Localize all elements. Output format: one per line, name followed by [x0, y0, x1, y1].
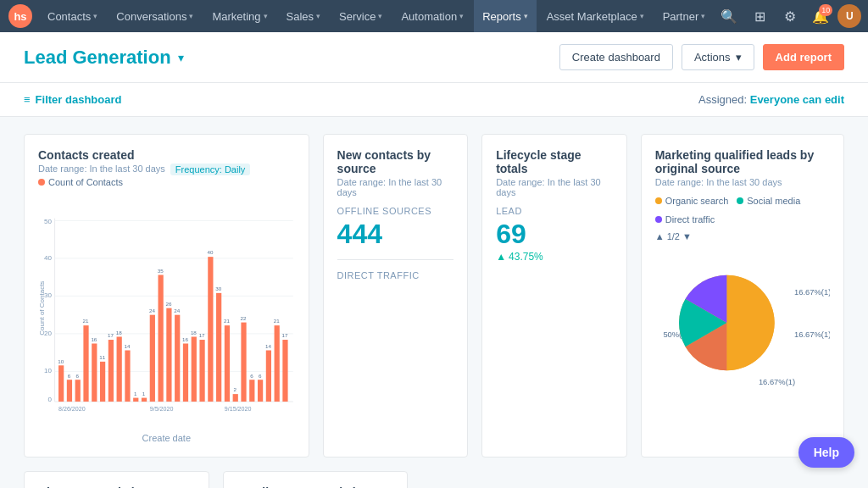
nav-marketing[interactable]: Marketing ▾ — [203, 0, 275, 32]
lead-metric-change: ▲ 43.75% — [496, 251, 613, 263]
assigned-label: Assigned: — [698, 93, 747, 106]
svg-rect-42 — [166, 308, 171, 402]
bar-chart-svg: 50 40 30 20 10 0 Co — [38, 194, 295, 431]
bar-chart: 50 40 30 20 10 0 Co — [38, 194, 295, 431]
new-contacts-title: New contacts by source — [337, 148, 454, 175]
legend-direct-dot — [655, 216, 662, 223]
pie-legend: Organic search Social media Direct traff… — [655, 196, 830, 225]
nav-asset-marketplace[interactable]: Asset Marketplace ▾ — [538, 0, 653, 32]
nav-automation[interactable]: Automation ▾ — [392, 0, 472, 32]
svg-rect-34 — [133, 398, 138, 402]
svg-text:16.67%(1): 16.67%(1) — [794, 330, 830, 339]
topnav-right-icons: 🔍 ⊞ ⚙ 🔔 10 U ▾ — [715, 3, 868, 30]
filter-dashboard-button[interactable]: ≡ Filter dashboard — [24, 93, 121, 106]
svg-rect-16 — [58, 365, 64, 402]
chevron-down-icon: ▾ — [316, 12, 320, 20]
svg-rect-62 — [249, 380, 254, 402]
svg-rect-38 — [150, 315, 155, 402]
hubspot-logo[interactable]: hs — [8, 4, 32, 28]
legend-organic: Organic search — [655, 196, 729, 206]
svg-text:50: 50 — [44, 218, 52, 225]
nav-contacts[interactable]: Contacts ▾ — [39, 0, 106, 32]
nav-partner[interactable]: Partner ▾ — [654, 0, 715, 32]
next-icon[interactable]: ▼ — [682, 231, 692, 241]
help-button[interactable]: Help — [798, 437, 854, 468]
svg-text:16.67%(1): 16.67%(1) — [794, 288, 830, 297]
dashboard-row-2: Blog post total views a... Date range: I… — [24, 471, 844, 488]
svg-rect-56 — [225, 325, 230, 402]
mql-by-source-card: Marketing qualified leads by original so… — [641, 134, 844, 458]
nav-reports[interactable]: Reports ▾ — [474, 0, 537, 32]
svg-text:21: 21 — [224, 318, 230, 324]
filter-icon: ≡ — [24, 93, 31, 106]
contacts-created-title: Contacts created — [38, 148, 295, 162]
actions-button[interactable]: Actions ▾ — [682, 44, 754, 70]
svg-text:10: 10 — [58, 358, 64, 364]
notifications-button[interactable]: 🔔 10 — [807, 3, 834, 30]
nav-sales[interactable]: Sales ▾ — [278, 0, 330, 32]
svg-text:14: 14 — [265, 343, 271, 349]
svg-rect-68 — [275, 325, 280, 402]
offline-sources-label: OFFLINE SOURCES — [337, 206, 454, 216]
page-title-dropdown-icon[interactable]: ▾ — [178, 51, 184, 64]
contacts-created-meta: Date range: In the last 30 days Frequenc… — [38, 164, 295, 175]
blog-post-views-card: Blog post total views a... Date range: I… — [24, 471, 209, 488]
svg-text:9/15/2020: 9/15/2020 — [225, 406, 252, 413]
svg-rect-22 — [83, 325, 88, 402]
chevron-down-icon: ▾ — [378, 12, 382, 20]
settings-button[interactable]: ⚙ — [776, 3, 804, 30]
chevron-down-icon: ▾ — [264, 12, 268, 20]
svg-text:16.67%(1): 16.67%(1) — [759, 378, 795, 386]
offline-sources-section: OFFLINE SOURCES 444 — [337, 206, 454, 260]
nav-conversations[interactable]: Conversations ▾ — [108, 0, 202, 32]
add-report-button[interactable]: Add report — [763, 44, 844, 70]
svg-rect-36 — [142, 398, 147, 402]
svg-text:0: 0 — [48, 396, 53, 403]
chevron-down-icon: ▾ — [459, 12, 464, 20]
svg-text:6: 6 — [250, 373, 253, 379]
svg-rect-26 — [100, 362, 105, 402]
svg-text:17: 17 — [282, 332, 288, 338]
lifecycle-stage-title: Lifecycle stage totals — [496, 148, 613, 175]
legend-social-dot — [737, 197, 743, 204]
search-button[interactable]: 🔍 — [715, 3, 743, 30]
chevron-down-icon: ▾ — [524, 12, 528, 20]
user-avatar[interactable]: U — [837, 4, 861, 28]
svg-rect-28 — [108, 340, 114, 402]
lead-metric-label: LEAD — [496, 206, 613, 216]
svg-text:Count of Contacts: Count of Contacts — [38, 281, 46, 336]
svg-rect-40 — [159, 275, 164, 402]
lifecycle-stage-date: Date range: In the last 30 days — [496, 177, 613, 197]
svg-text:16: 16 — [91, 336, 97, 342]
svg-text:35: 35 — [158, 268, 164, 274]
filter-bar: ≡ Filter dashboard Assigned: Everyone ca… — [0, 83, 868, 117]
page-title-section: Lead Generation ▾ — [24, 47, 184, 69]
svg-text:2: 2 — [234, 386, 237, 392]
svg-rect-66 — [266, 350, 271, 402]
chart-x-label: Create date — [38, 433, 295, 443]
svg-rect-64 — [258, 380, 263, 402]
chevron-down-icon: ▾ — [93, 12, 97, 20]
user-menu-chevron[interactable]: ▾ — [865, 3, 868, 30]
mql-title: Marketing qualified leads by original so… — [655, 148, 830, 175]
apps-button[interactable]: ⊞ — [746, 3, 773, 30]
svg-text:10: 10 — [44, 367, 52, 374]
offline-sources-value: 444 — [337, 219, 454, 249]
landing-page-views-card: Landing page total vie... Date range: In… — [223, 471, 409, 488]
svg-rect-30 — [117, 336, 122, 402]
assigned-value[interactable]: Everyone can edit — [750, 93, 844, 106]
svg-rect-48 — [192, 336, 197, 402]
nav-service[interactable]: Service ▾ — [331, 0, 391, 32]
assigned-section: Assigned: Everyone can edit — [698, 93, 844, 106]
svg-text:hs: hs — [14, 10, 26, 23]
svg-rect-20 — [75, 380, 81, 402]
prev-icon[interactable]: ▲ — [655, 231, 665, 241]
svg-rect-58 — [233, 394, 238, 402]
svg-text:1: 1 — [142, 391, 146, 396]
svg-text:24: 24 — [174, 308, 180, 313]
header-actions: Create dashboard Actions ▾ Add report — [559, 44, 844, 70]
svg-text:40: 40 — [44, 254, 52, 262]
svg-text:21: 21 — [83, 318, 89, 324]
create-dashboard-button[interactable]: Create dashboard — [559, 44, 673, 70]
legend-social: Social media — [737, 196, 800, 206]
